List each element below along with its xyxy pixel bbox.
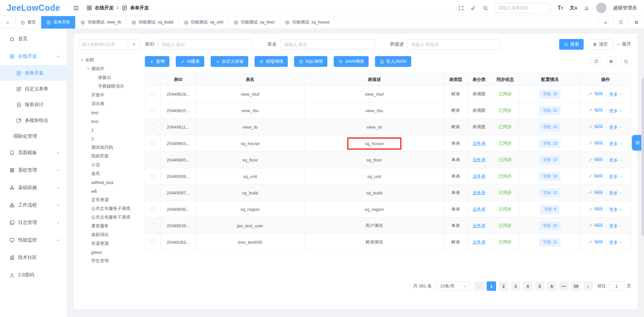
edit-link[interactable]: 编辑 (589, 107, 603, 113)
page-button[interactable]: › (583, 281, 593, 291)
edit-link[interactable]: 编辑 (589, 156, 603, 163)
fields-tag[interactable]: 字段: 10 (539, 172, 560, 181)
more-link[interactable]: 更多 (609, 223, 623, 229)
bell-icon[interactable] (584, 5, 589, 11)
tree-node[interactable]: 非遗资源 (79, 239, 140, 248)
sidebar-item-custom-form[interactable]: 自定义表单 (0, 81, 67, 97)
more-link[interactable]: 更多 (609, 91, 623, 97)
tree-node[interactable]: 演示表 (79, 99, 140, 108)
tabs-refresh-icon[interactable] (613, 16, 629, 29)
table-name-input[interactable] (280, 39, 375, 50)
tree-node[interactable]: 小达 (79, 161, 140, 169)
frontend-enhance-button[interactable]: 前端增强 (255, 56, 288, 67)
more-link[interactable]: 更多 (609, 239, 623, 245)
add-button[interactable]: 新增 (145, 56, 169, 67)
tab-test-sq-floor[interactable]: 功能测试: sq_floor (229, 16, 280, 29)
sidebar-item-page-template[interactable]: 页面模板 (0, 144, 67, 162)
fields-tag[interactable]: 字段: 10 (539, 123, 560, 131)
row-radio[interactable] (151, 157, 155, 162)
tabs-scroll-left[interactable]: « (0, 16, 15, 29)
fields-tag[interactable]: 字段: 10 (539, 222, 560, 230)
sidebar-item-home[interactable]: 首页 (0, 30, 67, 48)
page-button[interactable]: ‹ (475, 281, 484, 291)
row-radio[interactable] (151, 108, 155, 112)
cell-table-category[interactable]: 业务表 (467, 218, 491, 234)
row-radio[interactable] (151, 223, 155, 228)
tree-node[interactable]: 公共文化服务子系统 (79, 213, 140, 222)
page-button[interactable]: 5 (535, 281, 544, 291)
menu-search-input[interactable] (495, 3, 551, 13)
tree-node[interactable]: jptest (79, 248, 140, 257)
tab-test-view-rb[interactable]: 功能测试: view_rb (75, 16, 126, 29)
more-link[interactable]: 更多 (609, 157, 623, 163)
tree-node[interactable]: test (79, 117, 140, 126)
edit-link[interactable]: 编辑 (589, 189, 603, 195)
java-enhance-button[interactable]: JAVA增强 (334, 56, 369, 67)
tree-node[interactable]: 全部 (79, 56, 140, 64)
tree-node[interactable]: 戏剧演出 (79, 230, 140, 239)
page-size-select[interactable]: 10条/页 (436, 281, 470, 291)
tree-node[interactable]: 开发中 (79, 91, 140, 99)
tree-node[interactable]: test (79, 108, 140, 117)
tree-node[interactable]: 2 (79, 134, 140, 143)
table-id-input[interactable] (158, 39, 253, 50)
ai-create-table-button[interactable]: AI建表 (176, 56, 204, 67)
fields-tag[interactable]: 字段: 9 (540, 205, 559, 214)
more-link[interactable]: 更多 (609, 108, 623, 114)
fields-tag[interactable]: 字段: 11 (539, 238, 560, 246)
sidebar-item-infrastructure[interactable]: 基础设施 (0, 179, 67, 196)
edit-link[interactable]: 编辑 (589, 140, 603, 146)
tab-test-sq-house[interactable]: 功能测试: sq_house (280, 16, 335, 29)
sidebar-item-tech-community[interactable]: 技术社区 (0, 249, 67, 266)
goto-page-input[interactable] (609, 281, 624, 291)
column-settings-icon[interactable] (606, 56, 616, 67)
add-category-button[interactable]: + (128, 39, 140, 49)
edit-link[interactable]: 编辑 (589, 239, 603, 245)
tree-node[interactable]: 金兆 (79, 169, 140, 178)
clean-cache-icon[interactable] (471, 5, 476, 11)
breadcrumb-parent[interactable]: 在线开发 (95, 5, 114, 11)
more-link[interactable]: 更多 (609, 141, 623, 147)
cell-table-category[interactable]: 业务表 (467, 168, 491, 185)
row-radio[interactable] (151, 174, 155, 178)
fields-tag[interactable]: 字段: 10 (539, 90, 560, 98)
expand-filters-link[interactable]: 展开 (617, 41, 631, 47)
tree-node[interactable]: 测试低代码 (79, 143, 140, 152)
scrollbar-track[interactable] (641, 29, 644, 317)
page-button[interactable]: 3 (511, 281, 520, 291)
sidebar-item-perf-monitor[interactable]: 性能监控 (0, 231, 67, 249)
fields-tag[interactable]: 字段: 10 (539, 106, 560, 115)
sidebar-item-report-design[interactable]: 报表设计 (0, 97, 67, 112)
tree-node[interactable]: w6 (79, 187, 140, 195)
tree-node[interactable]: wilfred_test (79, 178, 140, 187)
tree-node[interactable]: 体验11 (79, 73, 140, 82)
more-link[interactable]: 更多 (609, 174, 623, 180)
username[interactable]: 超级管理员 (613, 5, 637, 11)
sidebar-item-source-code[interactable]: 2.0源码 (0, 266, 67, 284)
page-button[interactable]: 39 (571, 281, 581, 291)
row-radio[interactable] (151, 141, 155, 145)
fullscreen-icon[interactable] (459, 5, 464, 11)
tree-node[interactable]: 字典级联演示 (79, 82, 140, 91)
cell-table-category[interactable]: 业务表 (467, 152, 491, 168)
import-json-button[interactable]: 导入JSON (375, 56, 411, 67)
tree-filter-input[interactable] (79, 39, 128, 49)
table-desc-input[interactable] (407, 39, 500, 50)
translate-icon[interactable]: 文A (570, 5, 577, 11)
fields-tag[interactable]: 字段: 10 (539, 156, 560, 164)
tree-node[interactable]: 文化资源 (79, 195, 140, 204)
page-button[interactable]: 2 (499, 281, 508, 291)
page-button[interactable]: 4 (523, 281, 532, 291)
search-button[interactable]: 搜索 (559, 39, 584, 50)
cell-table-category[interactable]: 业务表 (467, 234, 491, 251)
sidebar-item-system-mgmt[interactable]: 系统管理 (0, 162, 67, 179)
tree-node[interactable]: 公共文化服务子系统 (79, 204, 140, 213)
tab-test-sq-unit[interactable]: 功能测试: sq_unit (179, 16, 229, 29)
tree-node[interactable]: 我的页面 (79, 152, 140, 161)
tree-node[interactable]: 展览服务 (79, 222, 140, 230)
edit-link[interactable]: 编辑 (589, 173, 603, 179)
page-button[interactable]: 6 (547, 281, 556, 291)
edit-link[interactable]: 编辑 (589, 206, 603, 212)
row-radio[interactable] (151, 91, 155, 96)
cell-table-category[interactable]: 业务表 (467, 185, 491, 201)
